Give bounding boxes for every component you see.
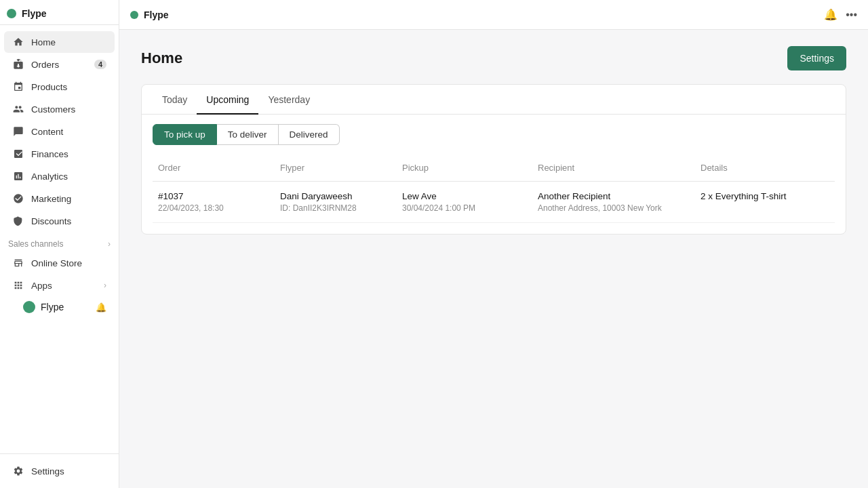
th-details: Details	[695, 160, 835, 176]
marketing-icon	[12, 192, 24, 205]
sidebar-item-discounts-label: Discounts	[31, 216, 71, 226]
order-id: #1037	[158, 191, 269, 201]
topbar-left: Flype	[130, 9, 169, 20]
finances-icon	[12, 148, 24, 160]
sidebar-app-title: Flype	[22, 8, 47, 19]
content-icon	[12, 125, 24, 138]
sidebar-item-orders[interactable]: Orders 4	[4, 54, 115, 75]
recipient-address: Another Address, 10003 New York	[538, 203, 690, 213]
orders-icon	[12, 58, 24, 70]
table-row: #1037 22/04/2023, 18:30 Dani Daryaweesh …	[153, 182, 835, 223]
page-title: Home	[141, 49, 182, 67]
table-header: Order Flyper Pickup Recipient Details	[153, 155, 835, 182]
sales-channels-chevron: ›	[108, 239, 111, 249]
main-content: Flype 🔔 ••• Home Settings Today Upcoming…	[119, 0, 868, 488]
sidebar-item-analytics[interactable]: Analytics	[4, 165, 115, 187]
sidebar-item-finances[interactable]: Finances	[4, 143, 115, 165]
sidebar-flype-app-label: Flype	[41, 302, 64, 312]
segment-row: To pick up To deliver Delivered	[142, 115, 846, 155]
segment-to-pick-up[interactable]: To pick up	[153, 124, 217, 145]
apps-chevron-icon: ›	[104, 281, 106, 290]
home-icon	[12, 36, 24, 48]
topbar-title: Flype	[144, 9, 169, 20]
sidebar-item-online-store-label: Online Store	[31, 258, 82, 268]
th-pickup: Pickup	[397, 160, 532, 176]
sidebar-nav: Home Orders 4 Products Customers	[0, 25, 119, 453]
online-store-icon	[12, 257, 24, 269]
sidebar-header: Flype	[0, 0, 119, 25]
analytics-icon	[12, 170, 24, 182]
tab-yesterday[interactable]: Yesterday	[258, 85, 319, 115]
tab-today[interactable]: Today	[153, 85, 197, 115]
flype-app-left: Flype	[23, 301, 64, 313]
sidebar-bottom: Settings	[0, 453, 119, 488]
tab-upcoming[interactable]: Upcoming	[197, 85, 258, 115]
topbar-right: 🔔 •••	[824, 8, 857, 21]
customers-icon	[12, 103, 24, 115]
order-date: 22/04/2023, 18:30	[158, 203, 269, 213]
sidebar-settings-label: Settings	[31, 466, 64, 476]
topbar-dot	[130, 11, 138, 19]
td-pickup: Lew Ave 30/04/2024 1:00 PM	[397, 191, 532, 213]
sidebar-apps-section[interactable]: Apps ›	[4, 274, 115, 296]
settings-button[interactable]: Settings	[787, 46, 846, 70]
th-flyper: Flyper	[275, 160, 397, 176]
topbar: Flype 🔔 •••	[119, 0, 868, 30]
topbar-more-icon[interactable]: •••	[846, 9, 857, 21]
th-order: Order	[153, 160, 275, 176]
td-recipient: Another Recipient Another Address, 10003…	[532, 191, 695, 213]
sidebar-item-marketing[interactable]: Marketing	[4, 188, 115, 209]
discounts-icon	[12, 215, 24, 227]
flype-logo-dot	[7, 9, 16, 18]
details-text: 2 x Everything T-shirt	[701, 191, 829, 201]
flyper-name: Dani Daryaweesh	[280, 191, 391, 201]
td-flyper: Dani Daryaweesh ID: DanII2K3IRNM28	[275, 191, 397, 213]
tabs-row: Today Upcoming Yesterday	[142, 85, 846, 115]
sidebar-item-marketing-label: Marketing	[31, 194, 71, 204]
sidebar-item-orders-label: Orders	[31, 60, 59, 70]
apps-label: Apps	[31, 281, 52, 291]
sales-channels-label: Sales channels	[8, 239, 63, 249]
flype-app-icon	[23, 301, 35, 313]
sidebar-item-settings[interactable]: Settings	[4, 460, 115, 482]
sidebar-item-discounts[interactable]: Discounts	[4, 210, 115, 232]
sidebar-item-customers[interactable]: Customers	[4, 98, 115, 120]
table-area: Order Flyper Pickup Recipient Details #1…	[142, 155, 846, 234]
apps-left: Apps	[12, 279, 52, 291]
sidebar-item-products-label: Products	[31, 82, 67, 92]
sidebar-item-finances-label: Finances	[31, 149, 68, 159]
sidebar-item-home-label: Home	[31, 37, 56, 47]
topbar-bell-icon[interactable]: 🔔	[824, 8, 837, 21]
segment-delivered[interactable]: Delivered	[279, 124, 340, 145]
products-icon	[12, 81, 24, 93]
sidebar: Flype Home Orders 4 Products	[0, 0, 119, 488]
orders-badge: 4	[94, 60, 106, 69]
apps-icon	[12, 279, 24, 291]
flyper-id: ID: DanII2K3IRNM28	[280, 203, 391, 213]
page-header: Home Settings	[141, 46, 846, 70]
segment-to-deliver[interactable]: To deliver	[217, 124, 279, 145]
sidebar-item-home[interactable]: Home	[4, 31, 115, 53]
th-recipient: Recipient	[532, 160, 695, 176]
settings-icon	[12, 465, 24, 477]
sidebar-item-flype-app[interactable]: Flype 🔔	[4, 297, 115, 317]
sidebar-item-customers-label: Customers	[31, 104, 75, 115]
sidebar-item-products[interactable]: Products	[4, 76, 115, 98]
sidebar-item-analytics-label: Analytics	[31, 171, 68, 182]
page-area: Home Settings Today Upcoming Yesterday T…	[119, 30, 868, 488]
flype-bell-icon[interactable]: 🔔	[96, 302, 106, 312]
td-details: 2 x Everything T-shirt	[695, 191, 835, 201]
td-order: #1037 22/04/2023, 18:30	[153, 191, 275, 213]
recipient-name: Another Recipient	[538, 191, 690, 201]
pickup-datetime: 30/04/2024 1:00 PM	[402, 203, 527, 213]
sidebar-item-content[interactable]: Content	[4, 121, 115, 142]
pickup-location: Lew Ave	[402, 191, 527, 201]
sidebar-item-online-store[interactable]: Online Store	[4, 252, 115, 274]
sidebar-item-content-label: Content	[31, 127, 63, 137]
main-card: Today Upcoming Yesterday To pick up To d…	[141, 84, 846, 235]
sales-channels-section: Sales channels ›	[0, 232, 119, 251]
